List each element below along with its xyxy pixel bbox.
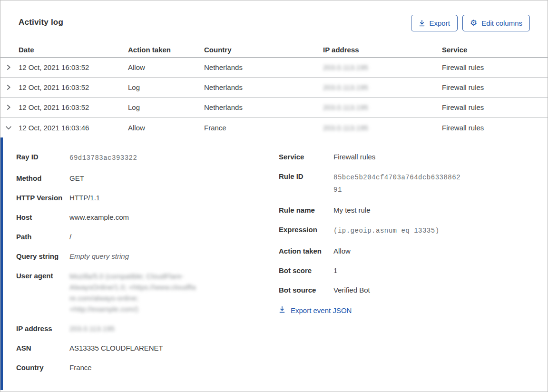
cell-service: Firewall rules [442,83,548,91]
cell-action: Allow [128,63,204,71]
edit-columns-button-label: Edit columns [481,19,522,27]
cell-date: 12 Oct, 2021 16:03:52 [19,103,128,111]
expanded-row-accent-bar [0,137,3,390]
page-title: Activity log [19,15,63,27]
export-button-label: Export [430,19,450,27]
redacted-ip: 203.0.113.195 [323,83,368,91]
download-icon [419,20,425,27]
topbar: Activity log Export ⚙ Edit columns [0,0,548,42]
rule-name-value: My test rule [333,205,371,216]
table-row[interactable]: 12 Oct, 2021 16:03:52 Log Netherlands 20… [0,98,548,118]
detail-row-ray-id: Ray ID 69d13783ac393322 [16,152,279,164]
table-row[interactable]: 12 Oct, 2021 16:03:52 Log Netherlands 20… [0,78,548,98]
table-header-row: Date Action taken Country IP address Ser… [0,42,548,58]
detail-row-query-string: Query string Empty query string [16,251,279,262]
detail-row-expression: Expression (ip.geoip.asnum eq 13335) [279,225,548,237]
cell-service: Firewall rules [442,63,548,71]
detail-row-bot-source: Bot source Verified Bot [279,285,548,295]
cell-country: Netherlands [204,103,323,111]
column-header-action: Action taken [128,46,204,54]
download-icon [279,306,285,314]
expression-value: (ip.geoip.asnum eq 13335) [333,225,440,237]
detail-row-rule-name: Rule name My test rule [279,205,548,216]
cell-date: 12 Oct, 2021 16:03:46 [19,124,128,132]
column-header-date: Date [19,46,128,54]
export-button[interactable]: Export [411,15,458,31]
detail-row-rule-id: Rule ID 85bce5b204cf4703a764dcb633886291 [279,171,548,196]
detail-row-asn: ASN AS13335 CLOUDFLARENET [16,343,279,353]
redacted-ip: 203.0.113.195 [323,63,368,71]
cell-country: France [204,124,323,132]
cell-ip: 203.0.113.195 [323,83,442,91]
toolbar-actions: Export ⚙ Edit columns [411,15,530,31]
detail-row-action-taken: Action taken Allow [279,246,548,256]
cell-ip: 203.0.113.195 [323,124,442,132]
cell-ip: 203.0.113.195 [323,103,442,111]
export-event-json-label: Export event JSON [291,306,352,314]
redacted-user-agent-line: re.com/always-online; [69,293,196,304]
country-value: France [69,363,92,373]
cell-country: Netherlands [204,83,323,91]
cell-ip: 203.0.113.195 [323,63,442,71]
bot-source-value: Verified Bot [333,285,370,295]
detail-row-method: Method GET [16,173,279,184]
cell-service: Firewall rules [442,103,548,111]
redacted-user-agent-line: AlwaysOnline/1.0; +https://www.cloudfla [69,282,196,293]
expand-chevron-down-icon[interactable] [0,125,19,131]
redacted-ip: 203.0.113.195 [323,124,368,132]
detail-row-user-agent: User agent Mozilla/5.0 (compatible; Clou… [16,271,279,314]
service-value: Firewall rules [333,152,375,162]
detail-right-column: Service Firewall rules Rule ID 85bce5b20… [279,152,548,373]
table-row-expanded[interactable]: 12 Oct, 2021 16:03:46 Allow France 203.0… [0,118,548,137]
detail-row-path: Path / [16,232,279,242]
user-agent-value: Mozilla/5.0 (compatible; CloudFlare- Alw… [69,271,196,314]
activity-log-panel: Activity log Export ⚙ Edit columns Date … [0,0,548,392]
cell-action: Log [128,83,204,91]
ray-id-value: 69d13783ac393322 [69,152,137,164]
host-value: www.example.com [69,212,129,223]
rule-id-value: 85bce5b204cf4703a764dcb633886291 [333,171,461,196]
table-row[interactable]: 12 Oct, 2021 16:03:52 Allow Netherlands … [0,58,548,78]
query-string-value: Empty query string [69,251,129,262]
detail-row-country: Country France [16,363,279,373]
column-header-ip: IP address [323,46,442,54]
redacted-ip: 203.0.113.195 [69,324,115,333]
cell-date: 12 Oct, 2021 16:03:52 [19,83,128,91]
cell-country: Netherlands [204,63,323,71]
method-value: GET [69,173,84,184]
detail-row-ip-address: IP address 203.0.113.195 [16,323,279,334]
expand-chevron-right-icon[interactable] [0,84,19,90]
action-taken-value: Allow [333,246,351,256]
path-value: / [69,232,71,242]
asn-value: AS13335 CLOUDFLARENET [69,343,163,353]
cell-action: Allow [128,124,204,132]
expand-chevron-right-icon[interactable] [0,104,19,110]
detail-row-service: Service Firewall rules [279,152,548,162]
expand-chevron-right-icon[interactable] [0,64,19,70]
column-header-service: Service [442,46,548,54]
redacted-ip: 203.0.113.195 [323,103,368,111]
detail-row-host: Host www.example.com [16,212,279,223]
event-detail-panel: Ray ID 69d13783ac393322 Method GET HTTP … [0,137,548,390]
redacted-user-agent-line: +http://example.com/) [69,304,196,314]
http-version-value: HTTP/1.1 [69,193,100,203]
cell-action: Log [128,103,204,111]
column-header-country: Country [204,46,323,54]
cell-date: 12 Oct, 2021 16:03:52 [19,63,128,71]
bot-score-value: 1 [333,265,337,276]
redacted-user-agent-line: Mozilla/5.0 (compatible; CloudFlare- [69,271,196,282]
cell-service: Firewall rules [442,124,548,132]
edit-columns-button[interactable]: ⚙ Edit columns [462,15,530,31]
export-event-json-link[interactable]: Export event JSON [279,306,352,314]
detail-row-bot-score: Bot score 1 [279,265,548,276]
gear-icon: ⚙ [470,19,477,27]
detail-left-column: Ray ID 69d13783ac393322 Method GET HTTP … [16,152,279,373]
detail-row-http-version: HTTP Version HTTP/1.1 [16,193,279,203]
